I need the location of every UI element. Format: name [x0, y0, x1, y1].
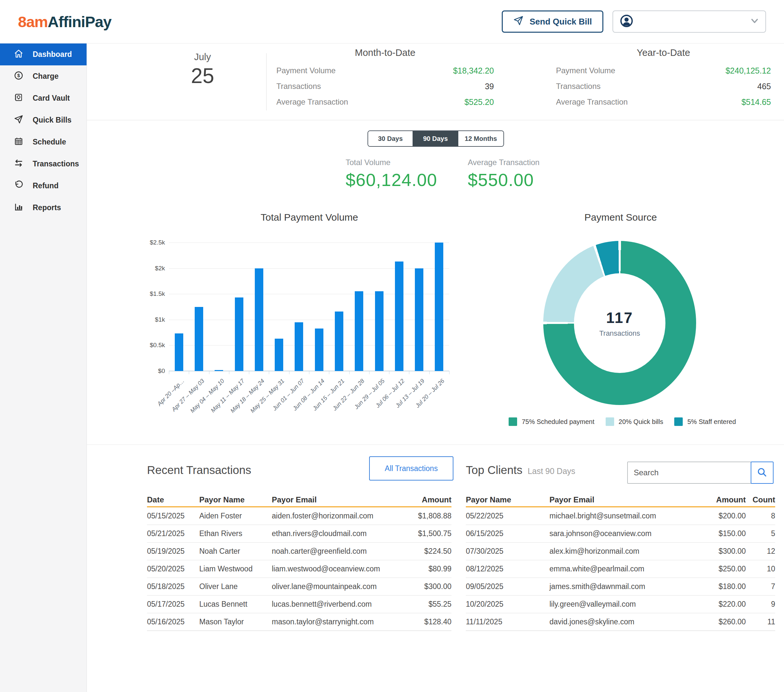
table-row: 05/15/2025 Aiden Foster aiden.foster@hor…: [147, 507, 451, 525]
bar: [435, 243, 443, 371]
table-row: 09/05/2025 james.smith@dawnmail.com $180…: [466, 578, 775, 596]
search-input[interactable]: [627, 462, 751, 484]
topbar-actions: Send Quick Bill: [502, 10, 766, 33]
account-menu[interactable]: [613, 10, 766, 33]
gridline: [169, 268, 449, 269]
sidebar-item-schedule[interactable]: Schedule: [0, 131, 87, 153]
search-button[interactable]: [751, 462, 774, 484]
send-quick-bill-button[interactable]: Send Quick Bill: [502, 10, 603, 33]
table-header-row: Date Payor Name Payor Email Amount: [147, 493, 451, 507]
ytd-average-row: Average Transaction $514.65: [556, 94, 771, 110]
mtd-payment-volume-row: Payment Volume $18,342.20: [277, 63, 494, 78]
cell-payor-name: Mason Taylor: [199, 618, 272, 626]
stat-label: Average Transaction: [277, 97, 348, 107]
x-axis-tick: [209, 371, 209, 374]
stat-value: 465: [757, 82, 771, 91]
brand-affinipay: AffiniPay: [48, 13, 111, 31]
x-axis-tick: [289, 371, 290, 374]
cell-payor-email: oliver.lane@mountainpeak.com: [272, 582, 393, 591]
date-month: July: [170, 52, 235, 63]
y-axis-tick-label: $0: [136, 367, 165, 375]
cell-payor-email: james.smith@dawnmail.com: [550, 582, 697, 591]
sidebar-item-charge[interactable]: $ Charge: [0, 65, 87, 87]
account-icon: [620, 14, 633, 29]
x-axis-tick: [369, 371, 369, 374]
gridline: [169, 320, 449, 320]
column-header-payor-name: Payor Name: [466, 495, 550, 504]
paper-plane-icon: [513, 15, 524, 28]
table-body: 05/15/2025 Aiden Foster aiden.foster@hor…: [147, 507, 451, 631]
sidebar-item-refund[interactable]: Refund: [0, 175, 87, 197]
x-axis-tick: [229, 371, 229, 374]
home-icon: [14, 49, 23, 61]
brand-8am: 8am: [18, 13, 48, 31]
cell-payor-name: Oliver Lane: [199, 582, 272, 591]
current-date: July 25: [170, 52, 235, 88]
sidebar-item-quick-bills[interactable]: Quick Bills: [0, 109, 87, 131]
cell-amount: $260.00: [697, 618, 746, 626]
total-volume-stat: Total Volume $60,124.00: [346, 158, 437, 190]
tab-30-days[interactable]: 30 Days: [368, 131, 413, 146]
cell-payor-email: emma.white@pearlmail.com: [550, 565, 697, 573]
bar-chart-icon: [14, 202, 23, 214]
legend-item: 5% Staff entered: [674, 418, 736, 426]
bar: [235, 297, 243, 371]
cell-date: 05/20/2025: [147, 565, 199, 573]
arrows-swap-icon: [14, 158, 23, 170]
bar: [375, 291, 384, 371]
top-clients-subtitle: Last 90 Days: [527, 466, 575, 476]
bar: [215, 370, 223, 371]
chevron-down-icon: [750, 18, 759, 25]
sidebar-item-card-vault[interactable]: Card Vault: [0, 87, 87, 109]
stat-label: Transactions: [556, 82, 601, 91]
paper-plane-icon: [14, 114, 23, 126]
stat-label: Transactions: [277, 82, 321, 91]
legend-label: 75% Scheduled payment: [522, 418, 594, 426]
donut-center: 117 Transactions: [574, 273, 665, 373]
tab-90-days[interactable]: 90 Days: [413, 131, 458, 146]
sidebar-item-reports[interactable]: Reports: [0, 197, 87, 219]
cell-payor-email: michael.bright@sunsetmail.com: [550, 512, 697, 520]
legend-label: 5% Staff entered: [687, 418, 736, 426]
all-transactions-button[interactable]: All Transactions: [369, 456, 453, 481]
table-row: 05/19/2025 Noah Carter noah.carter@green…: [147, 543, 451, 560]
sidebar-item-label: Transactions: [33, 160, 79, 168]
cell-payor-email: lily.green@valleymail.com: [550, 600, 697, 609]
cell-date: 05/16/2025: [147, 618, 199, 626]
cell-amount: $300.00: [697, 547, 746, 556]
brand-logo: 8amAffiniPay: [18, 0, 111, 43]
payment-source-donut: 117 Transactions: [543, 241, 696, 405]
sidebar-item-transactions[interactable]: Transactions: [0, 153, 87, 175]
cell-payor-name: 09/05/2025: [466, 582, 550, 591]
column-header-payor-email: Payor Email: [272, 495, 393, 504]
donut-center-label: Transactions: [599, 329, 640, 338]
cell-count: 9: [746, 600, 775, 609]
table-row: 08/12/2025 emma.white@pearlmail.com $250…: [466, 560, 775, 578]
table-row: 06/15/2025 sara.johnson@oceanview.com $1…: [466, 525, 775, 543]
cell-payor-name: 10/20/2025: [466, 600, 550, 609]
cell-payor-name: 08/12/2025: [466, 565, 550, 573]
search-icon: [756, 467, 768, 479]
sidebar-item-label: Schedule: [33, 138, 66, 147]
legend-swatch: [674, 418, 683, 426]
cell-amount: $300.00: [393, 582, 451, 591]
cell-payor-email: sara.johnson@oceanview.com: [550, 529, 697, 538]
cell-payor-name: Lucas Bennett: [199, 600, 272, 609]
total-volume-value: $60,124.00: [346, 170, 437, 190]
x-axis-tick: [249, 371, 249, 374]
cell-payor-email: ethan.rivers@cloudmail.com: [272, 529, 393, 538]
sidebar-item-dashboard[interactable]: Dashboard: [0, 43, 87, 65]
ytd-title: Year-to-Date: [556, 47, 771, 58]
average-transaction-label: Average Transaction: [468, 158, 540, 167]
table-row: 10/20/2025 lily.green@valleymail.com $22…: [466, 596, 775, 613]
cell-payor-name: Noah Carter: [199, 547, 272, 556]
x-axis-tick: [269, 371, 269, 374]
cell-payor-name: 11/11/2025: [466, 618, 550, 626]
tab-12-months[interactable]: 12 Months: [458, 131, 503, 146]
cell-amount: $220.00: [697, 600, 746, 609]
table-row: 07/30/2025 alex.kim@horizonmail.com $300…: [466, 543, 775, 560]
legend-label: 20% Quick bills: [619, 418, 664, 426]
sidebar: Dashboard $ Charge Card Vault Quick Bill…: [0, 43, 87, 692]
y-axis-tick-label: $1k: [136, 316, 165, 323]
table-row: 11/11/2025 david.jones@skyline.com $260.…: [466, 613, 775, 631]
